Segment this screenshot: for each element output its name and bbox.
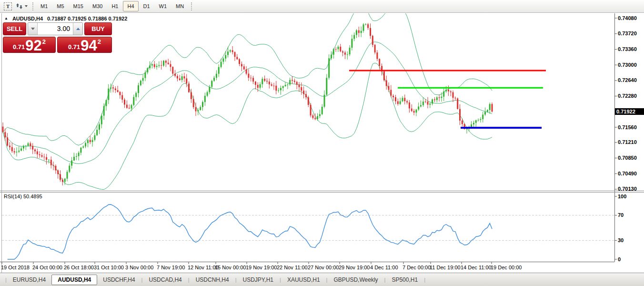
timeframe-m5[interactable]: M5 [52,1,68,11]
buy-price-pipette: 2 [98,38,101,45]
rsi-axis-tick-label: 30 [618,237,624,244]
time-axis-tick-label: 15 Nov 00:00 [215,265,246,270]
sell-price-big-digits: 92 [25,39,41,52]
sell-price-prefix: 0.71 [13,43,25,51]
price-axis-tick-label: 0.72280 [618,93,637,99]
tab-eurusd-h4[interactable]: EURUSD,H4 [7,275,51,285]
horizontal-line-objects [349,71,546,128]
time-axis-tick-label: 11 Dec 19:00 [430,265,461,270]
price-axis-tick-label: 0.70490 [618,171,637,177]
tab-usdcad-h4[interactable]: USDCAD,H4 [143,275,187,285]
volume-spinner: 3.00 [28,22,83,35]
chart-ohlc-values: 0.71887 0.71925 0.71886 0.71922 [47,16,127,21]
time-axis-tick-label: 19 Nov 19:00 [246,265,277,270]
timeframe-mn[interactable]: MN [171,1,188,11]
tab-audusd-h4[interactable]: AUDUSD,H4 [51,275,97,285]
time-axis-tick-label: 22 Nov 11:00 [277,265,308,270]
tab-separator: | [423,277,426,283]
tab-usdjpy-h1[interactable]: USDJPY,H1 [237,275,279,285]
price-axis-tick-label: 0.71210 [618,139,637,145]
sell-price-box[interactable]: 0.71 92 2 [3,37,56,53]
time-axis-tick-label: 31 Oct 10:00 [94,265,124,270]
timeframe-d1[interactable]: D1 [139,1,154,11]
time-axis-tick-label: 24 Oct 00:00 [32,265,62,270]
chart-toolbar: T M1M5M15M30H1H4D1W1MN [0,0,644,13]
rsi-axis-tick-label: 70 [618,212,624,218]
time-axis-tick-label: 27 Nov 00:00 [308,265,339,270]
rsi-axis-tick-label: 0 [618,256,621,263]
price-axis-tick-label: 0.73360 [618,46,637,52]
volume-increase-button[interactable] [73,23,82,35]
tab-usdchf-h4[interactable]: USDCHF,H4 [97,275,141,285]
timeframe-m1[interactable]: M1 [36,1,52,11]
time-axis-tick-label: 12 Nov 11:00 [188,265,219,270]
timeframe-m30[interactable]: M30 [88,1,107,11]
price-axis-tick-label: 0.73000 [618,62,637,68]
toolbar-separator [191,2,192,10]
rsi-indicator-label: RSI(14) 50.4895 [4,194,42,199]
time-axis-tick-label: 19 Dec 00:00 [491,265,522,270]
price-axis-tick-label: 0.70850 [618,155,637,161]
price-axis-tick-label: 0.70130 [618,186,637,192]
chart-symbol: AUDUSD,H4 [12,16,43,21]
time-axis-tick-label: 7 Nov 19:00 [157,265,185,270]
text-label-tool-button[interactable]: T [2,1,14,12]
buy-price-big-digits: 94 [80,39,97,52]
tab-usdcnh-h4[interactable]: USDCNH,H4 [190,275,235,285]
terminal-window: T M1M5M15M30H1H4D1W1MN ▲ AUDUSD,H4 0.718… [0,0,644,286]
timeframe-h4[interactable]: H4 [123,1,138,11]
volume-input[interactable]: 3.00 [38,23,73,35]
arrows-icon [16,3,23,10]
time-axis-tick-label: 14 Dec 11:00 [461,265,492,270]
tab-xauusd-h1[interactable]: XAUUSD,H1 [282,275,326,285]
text-tool-icon: T [4,2,12,10]
rsi-line [8,204,492,259]
time-axis-tick-label: 4 Dec 11:00 [370,265,398,270]
buy-price-prefix: 0.71 [68,43,80,51]
time-axis-tick-label: 29 Nov 19:00 [339,265,370,270]
toolbar-separator [32,2,33,10]
timeframe-h1[interactable]: H1 [107,1,122,11]
volume-decrease-button[interactable] [28,23,38,35]
dropdown-caret-icon [25,5,28,7]
price-axis-tick-label: 0.72640 [618,77,637,83]
tab-bar: |EURUSD,H4AUDUSD,H4USDCHF,H4|USDCAD,H4|U… [0,273,644,286]
tab-gbpusd-weekly[interactable]: GBPUSD,Weekly [328,275,383,285]
tab-sp500-h1[interactable]: SP500,H1 [386,275,423,285]
timeframe-group: M1M5M15M30H1H4D1W1MN [36,1,188,11]
time-axis-tick-label: 19 Oct 2018 [1,265,30,270]
buy-price-box[interactable]: 0.71 94 2 [57,37,112,53]
chart-header: ▲ AUDUSD,H4 0.71887 0.71925 0.71886 0.71… [4,16,127,21]
price-axis-tick-label: 0.73720 [618,31,637,37]
buy-button[interactable]: BUY [84,22,112,35]
current-price-badge: 0.71922 [615,108,644,115]
one-click-trading-panel: SELL 3.00 BUY 0.71 92 2 0.71 94 2 [3,22,112,53]
price-axis-tick-label: 0.74080 [618,15,637,21]
triangle-down-icon [31,28,35,30]
time-axis-tick-label: 7 Dec 00:00 [402,265,431,270]
time-axis-tick-label: 26 Oct 18:00 [64,265,94,270]
window-collapse-icon: ▲ [4,17,8,20]
sell-price-pipette: 2 [42,38,46,45]
rsi-levels [2,215,614,241]
timeframe-m15[interactable]: M15 [69,1,88,11]
triangle-up-icon [76,28,80,30]
arrow-objects-button[interactable] [14,1,30,12]
price-axis-tick-label: 0.71560 [618,124,637,131]
timeframe-w1[interactable]: W1 [155,1,171,11]
rsi-axis-tick-label: 100 [618,194,626,200]
sell-button[interactable]: SELL [3,22,26,35]
time-axis-tick-label: 3 Nov 00:00 [125,265,153,270]
